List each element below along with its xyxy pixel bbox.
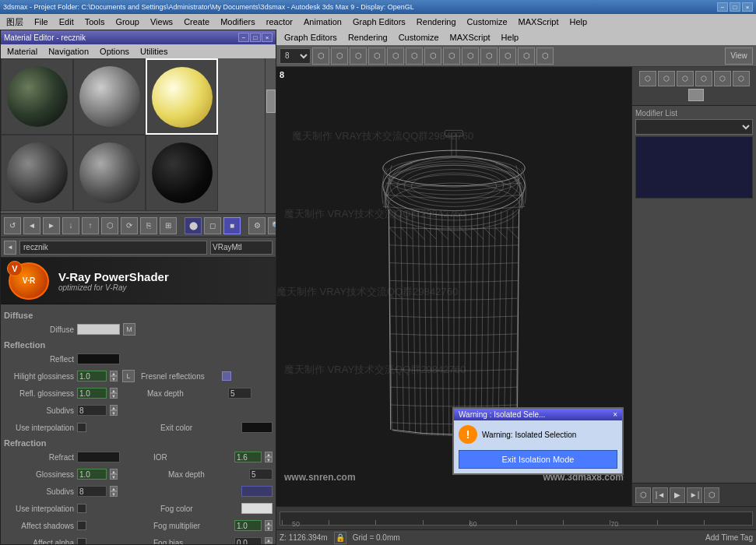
fog-bias-value[interactable]: 0.0 [234,537,262,544]
mat-close-button[interactable]: × [262,33,273,42]
toolbar-btn-next[interactable]: ► [43,217,60,234]
spin-up-7[interactable]: ▲ [265,520,273,526]
toolbar-btn-make-unique[interactable]: ⊞ [160,217,177,234]
cmd-btn-create[interactable]: ⬡ [639,71,656,86]
close-button[interactable]: × [742,2,753,12]
toolbar-btn-5[interactable]: ⬡ [387,47,404,65]
menu-item-edit[interactable]: Edit [55,16,79,28]
anim-btn-key-mode[interactable]: ⬡ [635,487,651,503]
menu-item-layer[interactable]: 图层 [2,15,28,30]
sphere-2[interactable] [79,66,140,127]
max-depth-ref-value[interactable]: 5 [249,469,273,480]
cmd-btn-display[interactable]: ⬡ [714,71,731,86]
modifier-list-dropdown[interactable] [635,119,753,135]
hilight-gloss-spinner[interactable]: ▲ ▼ [110,371,118,382]
toolbar-btn-10[interactable]: ⬡ [480,47,498,65]
viewport-menu-customize[interactable]: Customize [394,31,444,44]
sphere-1[interactable] [7,66,68,127]
spin-up-3[interactable]: ▲ [110,405,118,410]
sphere-5[interactable] [79,142,140,203]
menu-item-tools[interactable]: Tools [80,16,110,28]
ior-spinner[interactable]: ▲ ▼ [265,452,273,462]
spin-down-5[interactable]: ▼ [110,474,118,480]
toolbar-btn-prev[interactable]: ◄ [23,217,40,234]
toolbar-btn-6[interactable]: ⬡ [406,47,423,65]
fresnel-checkbox[interactable] [222,371,231,381]
cmd-btn-utilities[interactable]: ⬡ [733,71,750,86]
mat-menu-navigation[interactable]: Navigation [44,45,93,58]
sphere-3[interactable] [152,67,213,128]
refract-swatch[interactable] [77,452,120,462]
menu-item-group[interactable]: Group [111,16,144,28]
toolbar-btn-2[interactable]: ⬡ [331,47,348,65]
refl-gloss-spinner[interactable]: ▲ ▼ [110,388,118,399]
toolbar-btn-options[interactable]: ⚙ [248,217,265,234]
material-type-dropdown[interactable] [210,241,273,255]
toolbar-btn-put[interactable]: ↑ [82,217,99,234]
mat-menu-utilities[interactable]: Utilities [135,45,172,58]
diffuse-swatch[interactable] [77,324,120,335]
sphere-cell-2[interactable] [73,58,146,135]
hilight-gloss-value[interactable]: 1.0 [77,371,107,382]
spin-down-2[interactable]: ▼ [110,393,118,399]
toolbar-btn-1[interactable]: ⬡ [312,47,329,65]
toolbar-btn-copy[interactable]: ⎘ [140,217,157,234]
toolbar-btn-get[interactable]: ↓ [62,217,79,234]
subdivs-spinner[interactable]: ▲ ▼ [110,405,118,416]
exit-isolation-mode-button[interactable]: Exit Isolation Mode [459,450,617,469]
menu-item-maxscript[interactable]: MAXScript [514,16,564,28]
toolbar-btn-12[interactable]: ⬡ [518,47,535,65]
gloss-value[interactable]: 1.0 [77,469,107,480]
add-time-tag[interactable]: Add Time Tag [705,533,753,542]
menu-item-graph-editors[interactable]: Graph Editors [348,16,410,28]
toolbar-btn-magnify[interactable]: 🔍 [268,217,276,234]
color-indicator[interactable] [688,89,704,101]
fog-bias-spinner[interactable]: ▲ ▼ [265,537,273,544]
sphere-6[interactable] [152,142,213,203]
toolbar-btn-3[interactable]: ⬡ [350,47,367,65]
toolbar-btn-highlight[interactable]: ■ [223,217,241,234]
spin-up-6[interactable]: ▲ [110,486,118,491]
mat-menu-material[interactable]: Material [2,45,42,58]
viewport-menu-graph-editors[interactable]: Graph Editors [280,31,342,44]
toolbar-btn-reset[interactable]: ↺ [4,217,21,234]
affect-shadows-checkbox[interactable] [77,521,86,530]
mat-nav-prev[interactable]: ◄ [4,241,16,255]
toolbar-btn-4[interactable]: ⬡ [368,47,385,65]
menu-item-animation[interactable]: Animation [299,16,346,28]
toolbar-btn-reset2[interactable]: ⟳ [121,217,138,234]
viewport-menu-maxscript[interactable]: MAXScript [445,31,495,44]
spin-down[interactable]: ▼ [110,376,118,382]
spin-down-7[interactable]: ▼ [265,526,273,531]
minimize-button[interactable]: − [717,2,728,12]
toolbar-btn-9[interactable]: ⬡ [462,47,479,65]
affect-alpha-checkbox[interactable] [77,538,86,544]
ior-value[interactable]: 1.6 [234,452,262,462]
fog-mult-value[interactable]: 1.0 [234,520,262,531]
spin-up-5[interactable]: ▲ [110,469,118,474]
subdivs-value[interactable]: 8 [77,405,107,416]
menu-item-customize[interactable]: Customize [462,16,512,28]
menu-item-reactor[interactable]: reactor [262,16,297,28]
use-interp-checkbox[interactable] [77,423,86,432]
view-label[interactable]: View [725,47,753,65]
anim-btn-prev-key[interactable]: |◄ [652,487,668,503]
sphere-cell-6[interactable] [146,135,218,211]
spin-up[interactable]: ▲ [110,371,118,376]
viewport-menu-help[interactable]: Help [497,31,524,44]
sphere-scrollbar[interactable] [265,58,276,214]
viewport-menu-rendering[interactable]: Rendering [343,31,392,44]
maximize-button[interactable]: □ [730,2,740,12]
subdivs-ref-value[interactable]: 8 [77,486,107,497]
sphere-cell-5[interactable] [73,135,146,211]
cmd-btn-modify[interactable]: ⬡ [658,71,675,86]
exit-color-swatch[interactable] [241,422,273,433]
toolbar-btn-7[interactable]: ⬡ [424,47,441,65]
menu-item-help[interactable]: Help [565,16,592,28]
time-slider[interactable]: 50 60 70 [280,512,753,526]
lock-icon[interactable]: 🔒 [334,532,346,544]
menu-item-rendering[interactable]: Rendering [412,16,461,28]
main-viewport[interactable]: 8 魔天制作 VRAY技术交流QQ群29842760 魔天制作 VRAY技术交流… [276,67,631,506]
spin-down-8[interactable]: ▼ [265,543,273,544]
sphere-cell-4[interactable] [1,135,73,211]
